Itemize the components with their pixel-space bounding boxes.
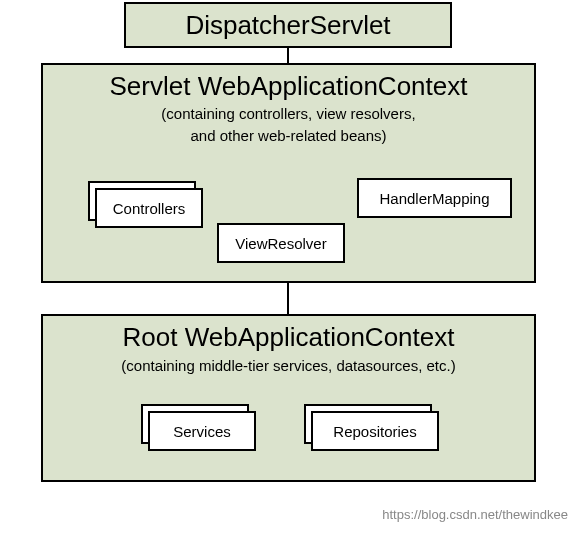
viewresolver-box: ViewResolver	[217, 223, 345, 263]
watermark: https://blog.csdn.net/thewindkee	[382, 507, 568, 522]
dispatcher-title: DispatcherServlet	[185, 10, 390, 41]
controllers-label: Controllers	[113, 200, 186, 217]
handlermapping-label: HandlerMapping	[379, 190, 489, 207]
root-context-subtitle: (containing middle-tier services, dataso…	[43, 357, 534, 374]
connector-servlet-root	[287, 283, 289, 314]
servlet-context-subtitle1: (containing controllers, view resolvers,	[43, 104, 534, 124]
root-context-title: Root WebApplicationContext	[43, 322, 534, 353]
root-context-box: Root WebApplicationContext (containing m…	[41, 314, 536, 482]
connector-dispatcher-servlet	[287, 48, 289, 63]
repositories-label: Repositories	[333, 423, 416, 440]
dispatcher-servlet-box: DispatcherServlet	[124, 2, 452, 48]
servlet-context-box: Servlet WebApplicationContext (containin…	[41, 63, 536, 283]
viewresolver-label: ViewResolver	[235, 235, 326, 252]
handlermapping-box: HandlerMapping	[357, 178, 512, 218]
servlet-context-subtitle2: and other web-related beans)	[43, 126, 534, 146]
services-label: Services	[173, 423, 231, 440]
services-box: Services	[148, 411, 256, 451]
repositories-box: Repositories	[311, 411, 439, 451]
controllers-box: Controllers	[95, 188, 203, 228]
servlet-context-title: Servlet WebApplicationContext	[43, 71, 534, 102]
